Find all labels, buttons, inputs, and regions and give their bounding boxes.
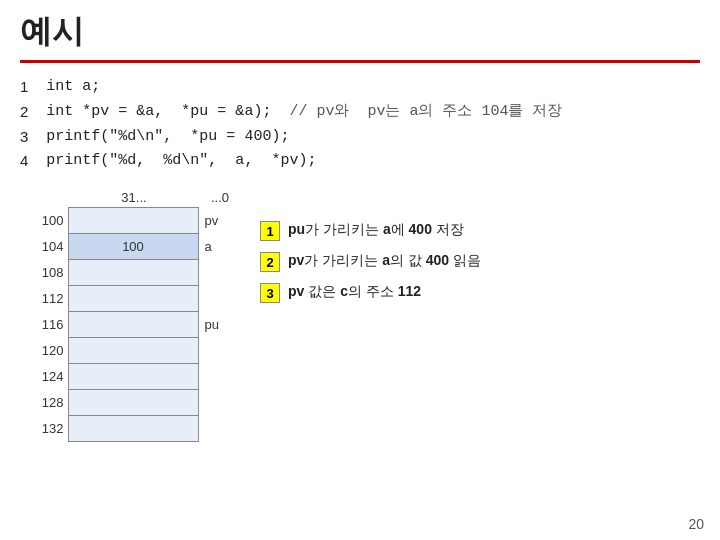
data-112: [68, 286, 198, 312]
data-104: 100: [68, 234, 198, 260]
label-pu: pu: [198, 312, 238, 338]
table-row: 112: [20, 286, 238, 312]
addr-108: 108: [20, 260, 68, 286]
data-100: [68, 208, 198, 234]
line-numbers: 1 2 3 4: [20, 75, 28, 174]
memory-table-container: 31... ...0 100 pv 104 100 a 108 112: [20, 190, 240, 442]
label-112: [198, 286, 238, 312]
table-row: 116 pu: [20, 312, 238, 338]
table-row: 100 pv: [20, 208, 238, 234]
line-num-1: 1: [20, 75, 28, 100]
label-128: [198, 390, 238, 416]
line-num-3: 3: [20, 125, 28, 150]
header-start: 31...: [68, 190, 200, 205]
code-line-2: int *pv = &a, *pu = &a); // pv와 pv는 a의 주…: [46, 100, 562, 125]
label-a: a: [198, 234, 238, 260]
header-end: ...0: [200, 190, 240, 205]
annotation-text-3: pv 값은 c의 주소 112: [288, 282, 421, 302]
addr-124: 124: [20, 364, 68, 390]
addr-104: 104: [20, 234, 68, 260]
data-124: [68, 364, 198, 390]
page-title: 예시: [0, 0, 720, 60]
label-132: [198, 416, 238, 442]
code-line-4: printf("%d, %d\n", a, *pv);: [46, 149, 562, 174]
code-section: 1 2 3 4 int a; int *pv = &a, *pu = &a); …: [0, 75, 720, 174]
data-128: [68, 390, 198, 416]
line-num-2: 2: [20, 100, 28, 125]
page-number: 20: [688, 516, 704, 532]
data-116: [68, 312, 198, 338]
table-row: 132: [20, 416, 238, 442]
annotation-1: 1 pu가 가리키는 a에 400 저장: [260, 220, 481, 241]
table-row: 120: [20, 338, 238, 364]
label-pv: pv: [198, 208, 238, 234]
code-content: int a; int *pv = &a, *pu = &a); // pv와 p…: [46, 75, 562, 174]
label-108: [198, 260, 238, 286]
annotations-col: 1 pu가 가리키는 a에 400 저장 2 pv가 가리키는 a의 값 400…: [260, 190, 481, 303]
table-row: 104 100 a: [20, 234, 238, 260]
title-divider: [20, 60, 700, 63]
addr-100: 100: [20, 208, 68, 234]
annotation-number-1: 1: [260, 221, 280, 241]
table-row: 108: [20, 260, 238, 286]
data-132: [68, 416, 198, 442]
addr-120: 120: [20, 338, 68, 364]
annotation-number-2: 2: [260, 252, 280, 272]
annotation-number-3: 3: [260, 283, 280, 303]
addr-116: 116: [20, 312, 68, 338]
data-108: [68, 260, 198, 286]
annotation-text-2: pv가 가리키는 a의 값 400 읽음: [288, 251, 481, 271]
code-line-3: printf("%d\n", *pu = 400);: [46, 125, 562, 150]
diagram-area: 31... ...0 100 pv 104 100 a 108 112: [0, 190, 720, 442]
label-124: [198, 364, 238, 390]
label-120: [198, 338, 238, 364]
code-line-1: int a;: [46, 75, 562, 100]
addr-128: 128: [20, 390, 68, 416]
memory-table: 100 pv 104 100 a 108 112 116: [20, 207, 238, 442]
line-num-4: 4: [20, 149, 28, 174]
annotation-text-1: pu가 가리키는 a에 400 저장: [288, 220, 464, 240]
table-row: 128: [20, 390, 238, 416]
memory-header: 31... ...0: [20, 190, 240, 205]
table-row: 124: [20, 364, 238, 390]
addr-132: 132: [20, 416, 68, 442]
annotation-2: 2 pv가 가리키는 a의 값 400 읽음: [260, 251, 481, 272]
data-120: [68, 338, 198, 364]
annotation-3: 3 pv 값은 c의 주소 112: [260, 282, 481, 303]
addr-112: 112: [20, 286, 68, 312]
